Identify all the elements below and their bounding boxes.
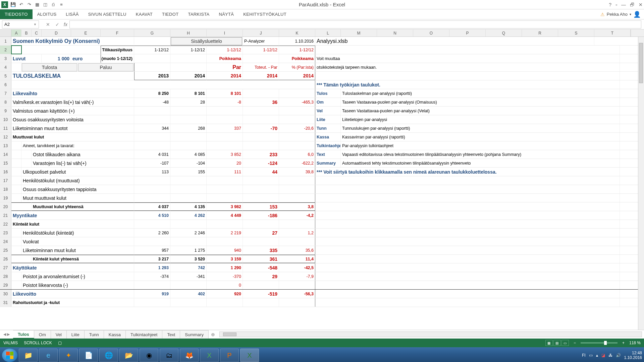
cell[interactable]: Kiinteät kulut: [11, 220, 134, 228]
sheet-tab-tulkintaohjeet[interactable]: Tulkintaohjeet: [126, 330, 162, 339]
qat-icon-3[interactable]: ⎙: [50, 2, 56, 8]
cell[interactable]: Ostot tilikauden aikana: [32, 150, 134, 159]
cell[interactable]: Henkilöstökulut (muuttuvat): [21, 176, 134, 185]
row-header[interactable]: 3: [0, 54, 11, 63]
cell[interactable]: 402: [170, 290, 207, 298]
col-header[interactable]: A: [11, 29, 21, 37]
cell[interactable]: 1-12/12: [243, 46, 279, 54]
cell[interactable]: 1 293: [134, 263, 170, 272]
cell[interactable]: Liikevoitto: [11, 290, 134, 298]
ribbon-options-icon[interactable]: ▫: [615, 2, 617, 7]
cell[interactable]: Muut muuttuvat kulut: [21, 194, 134, 202]
cell[interactable]: 344: [134, 124, 170, 132]
cell[interactable]: 0: [207, 281, 243, 289]
cell[interactable]: Henkilöstökulut (kiinteät): [21, 229, 134, 237]
cell[interactable]: -124: [243, 159, 279, 167]
sisallysluettelo-button[interactable]: Sisällysluettelo: [171, 37, 242, 45]
taskbar-excel-icon[interactable]: X: [200, 349, 219, 362]
cell[interactable]: otsikkotekstejä tarpeen mukaan.: [315, 63, 620, 71]
cell[interactable]: 29: [243, 272, 279, 281]
row-header[interactable]: 4: [0, 63, 11, 71]
cell[interactable]: 920: [207, 290, 243, 298]
col-header[interactable]: R: [522, 29, 558, 37]
tab-aloitus[interactable]: ALOITUS: [33, 9, 61, 19]
close-icon[interactable]: ✕: [639, 2, 643, 7]
cell[interactable]: 3 852: [207, 150, 243, 159]
cell[interactable]: Käyttökate: [11, 263, 134, 272]
link-liite[interactable]: Liite: [315, 115, 341, 124]
col-header[interactable]: L: [315, 29, 341, 37]
cell[interactable]: -374: [134, 272, 170, 281]
active-cell[interactable]: [11, 46, 21, 54]
cell[interactable]: 4 449: [207, 211, 243, 220]
link-text[interactable]: Text: [315, 150, 341, 159]
col-header[interactable]: Q: [486, 29, 522, 37]
taskbar-item[interactable]: 📁: [19, 349, 38, 362]
cell[interactable]: 20: [207, 159, 243, 167]
cell[interactable]: Osuus osakkuusyritysten voitoista: [11, 115, 134, 124]
zoom-in-icon[interactable]: +: [622, 341, 625, 345]
cell[interactable]: Par-analyysin tulkintaohjeet: [341, 141, 620, 150]
save-icon[interactable]: 💾: [10, 2, 16, 8]
cell[interactable]: 335: [243, 246, 279, 254]
cell[interactable]: -465,3: [279, 98, 315, 106]
sheet-tab-vel[interactable]: Vel: [51, 330, 67, 339]
row-header[interactable]: 22: [0, 220, 11, 228]
col-header[interactable]: D: [42, 29, 71, 37]
cell[interactable]: 111: [207, 168, 243, 176]
cell[interactable]: 2014: [170, 72, 207, 80]
cell[interactable]: Automaattisesti tehty tekstimuotoinen ti…: [341, 159, 620, 167]
taskbar-explorer-icon[interactable]: 📂: [119, 349, 138, 362]
enter-formula-icon[interactable]: ✓: [54, 22, 60, 27]
add-sheet-icon[interactable]: ⊕: [209, 330, 217, 339]
sheet-tab-tunn[interactable]: Tunn: [85, 330, 104, 339]
date-label[interactable]: 1.10.2016: [279, 37, 315, 45]
cell[interactable]: -8: [207, 98, 243, 106]
grid-body[interactable]: 1 Suomen Kotikylmiö Oy (Konserni) Sisäll…: [0, 37, 644, 330]
link-tulkintaohjee[interactable]: Tulkintaohjee: [315, 141, 341, 150]
cell[interactable]: % (Par:ista): [279, 63, 315, 71]
col-header[interactable]: P: [449, 29, 486, 37]
cell[interactable]: 3,8: [279, 202, 315, 211]
col-header[interactable]: S: [558, 29, 594, 37]
cell[interactable]: 3 982: [207, 202, 243, 211]
cell[interactable]: 2 260: [134, 229, 170, 237]
col-header[interactable]: F: [101, 29, 134, 37]
cell[interactable]: -42,5: [279, 263, 315, 272]
cell[interactable]: 11,4: [279, 255, 315, 263]
tray-flag-icon[interactable]: ▭: [589, 353, 593, 358]
cell[interactable]: 2014: [207, 72, 243, 80]
minimize-icon[interactable]: —: [621, 2, 626, 7]
vertical-scrollbar[interactable]: [638, 37, 644, 330]
cell[interactable]: -70: [243, 124, 279, 132]
cell[interactable]: Poistot ja arvonalentumiset (-): [21, 272, 134, 281]
col-header[interactable]: J: [243, 29, 279, 37]
row-header[interactable]: 19: [0, 194, 11, 202]
cell[interactable]: 2 219: [207, 229, 243, 237]
link-kassa[interactable]: Kassa: [315, 133, 341, 141]
cell[interactable]: 1 275: [170, 246, 207, 254]
cell[interactable]: Valm/kesk.er.varastojen lis(+) tai väh(-…: [11, 98, 134, 106]
cell[interactable]: 39,8: [279, 168, 315, 176]
cell[interactable]: Kiinteät kulut yhteensä: [32, 255, 134, 263]
cell[interactable]: 155: [170, 168, 207, 176]
cell[interactable]: Liiketoiminnan muut tuotot: [11, 124, 134, 132]
cell[interactable]: -548: [243, 263, 279, 272]
taskbar-chrome-icon[interactable]: ◉: [140, 349, 158, 362]
cell[interactable]: Liitetietojen par-analyysi: [341, 115, 620, 124]
qat-icon-2[interactable]: ◫: [42, 2, 48, 8]
cell[interactable]: 1 290: [207, 263, 243, 272]
link-om[interactable]: Om: [315, 98, 341, 106]
cell[interactable]: 8 250: [134, 89, 170, 98]
zoom-thumb[interactable]: [604, 341, 607, 345]
normal-view-icon[interactable]: ▦: [545, 340, 553, 346]
user-account[interactable]: ⚠ Pekka Aho ▾ 👤: [600, 9, 641, 19]
taskbar-item[interactable]: 🌐: [99, 349, 118, 362]
row-header[interactable]: 18: [0, 185, 11, 193]
cell[interactable]: Rahoitustuotot ja -kulut: [11, 298, 134, 307]
row-header[interactable]: 27: [0, 263, 11, 272]
taskbar-ie-icon[interactable]: e: [39, 349, 58, 362]
cell[interactable]: *** Voit siirtyä taulukoihin klikkaamall…: [315, 168, 620, 176]
restore-icon[interactable]: 🗗: [630, 2, 635, 7]
cell[interactable]: Liiketoiminnan muut kulut: [21, 246, 134, 254]
